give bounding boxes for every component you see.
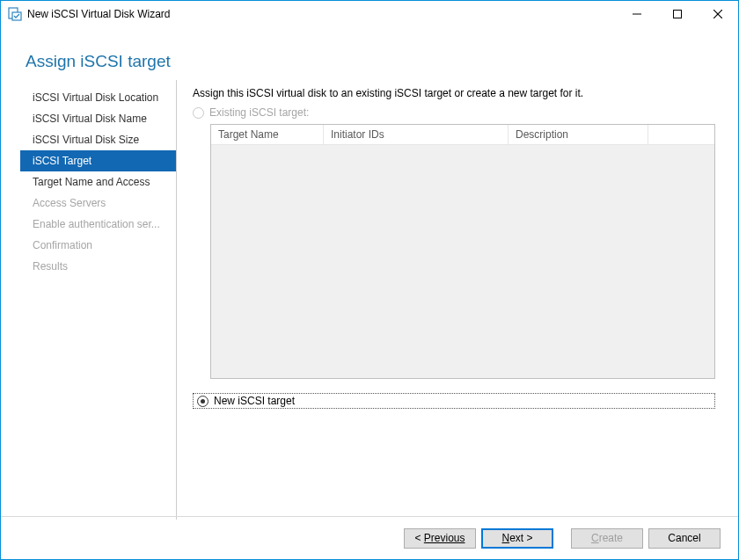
wizard-content: Assign this iSCSI virtual disk to an exi… [177, 80, 719, 520]
nav-enable-authentication: Enable authentication ser... [20, 214, 176, 235]
column-target-name[interactable]: Target Name [211, 125, 324, 144]
radio-existing-iscsi-target: Existing iSCSI target: [193, 106, 715, 119]
wizard-nav: iSCSI Virtual Disk Location iSCSI Virtua… [20, 80, 177, 520]
column-initiator-ids[interactable]: Initiator IDs [324, 125, 509, 144]
next-button[interactable]: Next > [481, 528, 553, 549]
nav-results: Results [20, 256, 176, 277]
nav-access-servers: Access Servers [20, 193, 176, 214]
svg-rect-3 [674, 11, 682, 18]
wizard-header: Assign iSCSI target [1, 27, 738, 80]
nav-iscsi-target[interactable]: iSCSI Target [20, 150, 176, 171]
app-icon [8, 7, 22, 21]
radio-label-existing: Existing iSCSI target: [209, 106, 309, 119]
radio-icon [193, 107, 204, 119]
existing-targets-table: Target Name Initiator IDs Description [210, 124, 715, 379]
nav-target-name-and-access[interactable]: Target Name and Access [20, 171, 176, 193]
wizard-footer: < Previous Next > Create Cancel [1, 516, 738, 559]
close-button[interactable] [698, 1, 738, 27]
title-bar: New iSCSI Virtual Disk Wizard [1, 1, 738, 27]
page-title: Assign iSCSI target [26, 52, 713, 71]
previous-button[interactable]: < Previous [404, 528, 476, 549]
maximize-button[interactable] [657, 1, 698, 27]
table-header-row: Target Name Initiator IDs Description [211, 125, 714, 145]
nav-confirmation: Confirmation [20, 235, 176, 256]
column-spacer [648, 125, 714, 144]
radio-new-iscsi-target[interactable]: New iSCSI target [193, 393, 715, 409]
radio-label-new: New iSCSI target [214, 395, 295, 407]
nav-iscsi-virtual-disk-name[interactable]: iSCSI Virtual Disk Name [20, 108, 176, 129]
nav-iscsi-virtual-disk-size[interactable]: iSCSI Virtual Disk Size [20, 129, 176, 150]
column-description[interactable]: Description [509, 125, 648, 144]
nav-iscsi-virtual-disk-location[interactable]: iSCSI Virtual Disk Location [20, 87, 176, 108]
cancel-button[interactable]: Cancel [648, 528, 721, 549]
window-title: New iSCSI Virtual Disk Wizard [27, 8, 617, 20]
radio-icon [197, 396, 209, 407]
create-button: Create [571, 528, 643, 549]
minimize-button[interactable] [617, 1, 657, 27]
instruction-text: Assign this iSCSI virtual disk to an exi… [193, 87, 715, 99]
